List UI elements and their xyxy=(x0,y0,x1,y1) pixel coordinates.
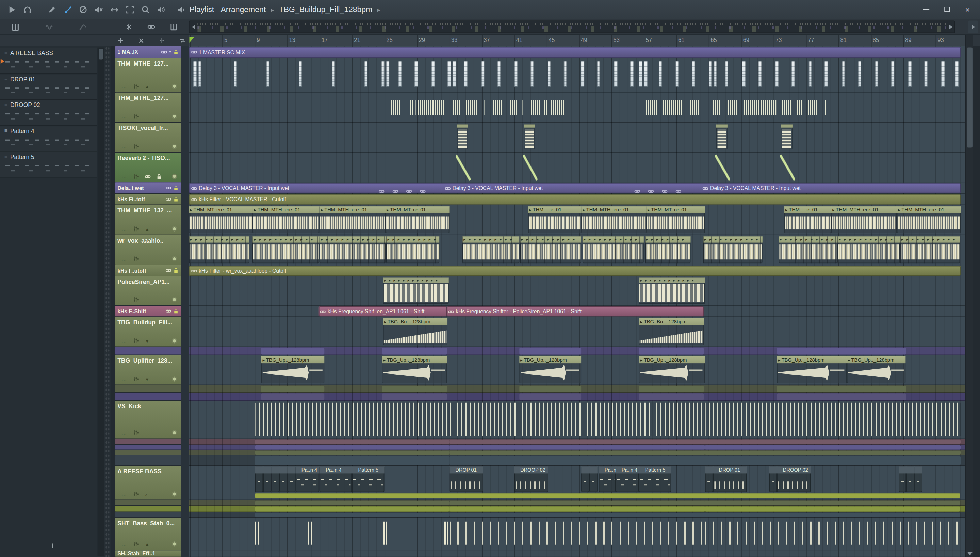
pattern-clip[interactable]: ≡DROP 01 xyxy=(449,466,484,492)
pattern-clip[interactable]: ≡ xyxy=(907,466,915,492)
audio-clip[interactable] xyxy=(875,60,878,87)
track-mute-toggle[interactable] xyxy=(172,430,177,435)
audio-clip[interactable] xyxy=(781,125,792,150)
pattern-clip[interactable]: ≡Pa..n 4 xyxy=(616,466,639,492)
slip-icon[interactable] xyxy=(157,36,166,46)
playback-marker[interactable] xyxy=(190,37,195,42)
pattern-clip[interactable]: ≡ xyxy=(915,466,923,492)
track-grip-icon[interactable]: … xyxy=(121,491,127,497)
clip-fragment[interactable] xyxy=(382,348,447,354)
audio-clip[interactable] xyxy=(743,100,776,115)
automation-clip[interactable]: kHs Frequency Shifter - PoliceSiren_AP1.… xyxy=(447,306,704,316)
playlist-lane[interactable] xyxy=(189,393,965,401)
clip-fragment[interactable] xyxy=(519,348,581,354)
playlist-lane[interactable] xyxy=(189,439,965,445)
audio-clip[interactable] xyxy=(713,100,742,115)
audio-clip[interactable]: ▸▸▸▸▸▸▸▸▸▸▸ xyxy=(582,236,644,263)
zoom-tool-button[interactable] xyxy=(138,2,153,16)
audio-clip[interactable]: ▸THM_MT..re_01 xyxy=(646,206,705,233)
track-grip-icon[interactable]: … xyxy=(121,113,127,119)
picker-scrollbar-thumb[interactable] xyxy=(99,49,103,59)
pattern-clip[interactable]: ≡DROOP 02 xyxy=(514,466,548,492)
playlist-lane[interactable] xyxy=(189,93,965,122)
track-grip-icon[interactable]: … xyxy=(121,256,127,262)
clip-fragment[interactable] xyxy=(705,507,960,512)
playlist-lane[interactable] xyxy=(189,445,965,450)
automation-filter-icon[interactable] xyxy=(78,22,88,32)
track-mode-icon[interactable] xyxy=(169,22,178,32)
audio-clip[interactable] xyxy=(955,60,959,87)
playlist-lane[interactable]: ≡≡≡≡≡≡Pa..n 4≡Pa..n 4≡Pattern 5≡DROP 01≡… xyxy=(189,466,965,500)
pattern-clip[interactable]: ≡Pattern 5 xyxy=(352,466,385,492)
track-down-icon[interactable]: ▼ xyxy=(145,377,149,381)
clip-fragment[interactable] xyxy=(255,513,449,517)
audio-clip[interactable] xyxy=(398,60,402,87)
close-button[interactable]: × xyxy=(965,5,970,14)
mixer-fader-icon[interactable] xyxy=(133,226,139,232)
track-header[interactable]: THM_MTHE_127...…▲ xyxy=(115,58,182,92)
breadcrumb-item[interactable]: Playlist - Arrangement xyxy=(190,5,266,14)
audio-clip[interactable] xyxy=(448,60,451,87)
audio-clip[interactable] xyxy=(758,60,761,87)
clip-fragment[interactable] xyxy=(449,513,705,517)
chevron-down-icon[interactable]: ▾ xyxy=(169,49,171,54)
pattern-clip[interactable] xyxy=(449,521,705,545)
playlist-lane[interactable] xyxy=(189,401,965,439)
audio-clip[interactable] xyxy=(453,60,456,87)
track-grip-icon[interactable]: … xyxy=(121,338,127,344)
track-header[interactable]: VS_Kick… xyxy=(115,401,182,438)
scroll-right-button[interactable] xyxy=(947,21,954,33)
playlist-lane[interactable]: kHs Filter - wr_vox_aaahloop - Cutoff xyxy=(189,265,965,277)
playlist-lane[interactable]: ▸TBG_Bu.._128bpm▸TBG_Bu.._128bpm xyxy=(189,317,965,347)
audio-clip[interactable]: ▸TBG_Up.._128bpm xyxy=(639,357,705,383)
pattern-clip[interactable]: ≡ xyxy=(581,466,590,492)
audio-clip[interactable] xyxy=(775,60,779,87)
smart-find-icon[interactable] xyxy=(124,22,134,32)
audio-filter-icon[interactable] xyxy=(44,22,54,32)
track-grip-icon[interactable]: … xyxy=(121,173,127,179)
audio-clip[interactable] xyxy=(415,100,445,115)
playlist-lane[interactable]: kHs Frequency Shif..en_AP1.1061 - Shiftk… xyxy=(189,306,965,317)
clip-fragment[interactable] xyxy=(519,393,581,400)
track-mute-toggle[interactable] xyxy=(172,174,177,179)
audio-clip[interactable]: ▸▸▸▸▸▸▸▸▸▸▸ xyxy=(520,236,581,263)
lock-icon[interactable] xyxy=(156,174,162,179)
track-grip-icon[interactable]: … xyxy=(121,143,127,150)
pattern-clip[interactable]: ≡ xyxy=(263,466,271,492)
link-icon[interactable] xyxy=(166,308,172,314)
add-button[interactable] xyxy=(115,36,125,46)
audio-clip[interactable]: ▸THM_MTH..ere_01 xyxy=(897,206,961,233)
playback-tool-button[interactable] xyxy=(153,2,169,16)
playlist-lane[interactable] xyxy=(189,153,965,182)
audio-clip[interactable] xyxy=(858,60,861,87)
track-mute-toggle[interactable] xyxy=(172,226,177,231)
track-down-icon[interactable]: ▼ xyxy=(145,339,149,343)
audio-clip[interactable] xyxy=(386,60,389,87)
audio-clip[interactable] xyxy=(644,60,647,87)
audio-clip[interactable] xyxy=(782,100,803,115)
automation-clip[interactable]: kHs Filter - wr_vox_aaahloop - Cutoff xyxy=(189,266,961,276)
select-tool-button[interactable] xyxy=(122,2,138,16)
track-header[interactable]: Reeverb 2 - TISO...… xyxy=(115,153,182,182)
audio-clip[interactable] xyxy=(808,60,812,87)
pattern-clip[interactable] xyxy=(449,403,705,436)
track-grip-icon[interactable]: … xyxy=(121,226,127,232)
playlist-lane[interactable] xyxy=(189,347,965,355)
audio-clip[interactable] xyxy=(692,60,695,87)
clip-fragment[interactable] xyxy=(255,451,449,454)
track-mute-toggle[interactable] xyxy=(172,542,177,547)
pattern-clip[interactable]: ≡ xyxy=(770,466,777,492)
draw-tool-button[interactable] xyxy=(44,2,60,16)
pattern-clip[interactable] xyxy=(705,403,961,436)
note-clip[interactable] xyxy=(308,521,312,545)
audio-clip[interactable]: ▸TBG_Up.._128bpm xyxy=(519,357,581,383)
note-clip[interactable] xyxy=(383,521,386,545)
lock-icon[interactable] xyxy=(173,49,179,55)
track-header[interactable]: PoliceSiren_AP1...… xyxy=(115,277,182,305)
audio-clip[interactable] xyxy=(522,100,544,115)
pattern-item[interactable]: ≡DROOP 02 xyxy=(0,100,97,125)
mixer-fader-icon[interactable] xyxy=(133,83,139,89)
mixer-fader-icon[interactable] xyxy=(133,541,139,547)
panel-resize-grip[interactable] xyxy=(105,46,111,557)
breadcrumb-item[interactable]: TBG_Buildup_Fill_128bpm xyxy=(279,5,372,14)
